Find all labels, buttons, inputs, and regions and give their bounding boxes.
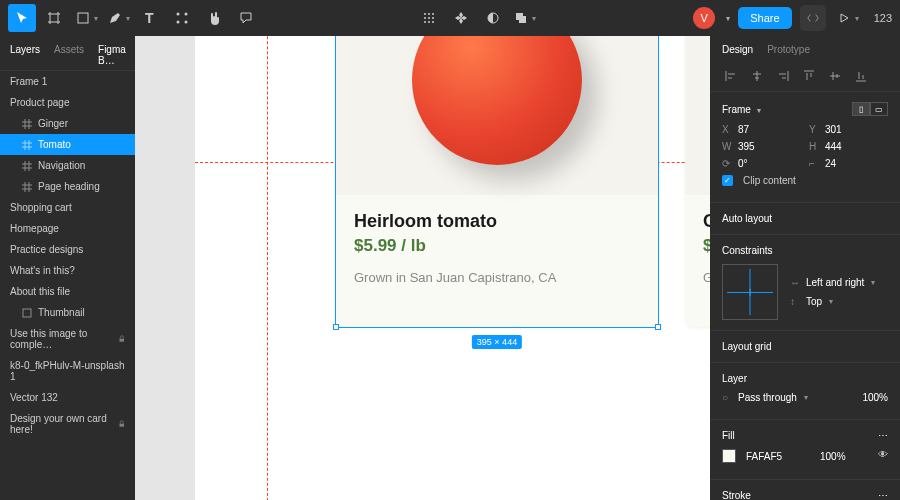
canvas[interactable]: Heirloom tomato $5.99 / lb Grown in San …	[135, 36, 710, 500]
design-panel: Design Prototype Frame ▾ ▯▭ X87 Y301 W39…	[710, 36, 900, 500]
layers-panel: Layers Assets Figma B… Frame 1 Product p…	[0, 36, 135, 500]
layer-item[interactable]: Shopping cart	[0, 197, 135, 218]
svg-point-12	[424, 21, 426, 23]
avatar-chevron-icon[interactable]: ▾	[726, 14, 730, 23]
product-price: $12.99 / lb	[703, 236, 710, 256]
frame-tool[interactable]	[40, 4, 68, 32]
fill-settings-icon[interactable]: ⋯	[878, 430, 888, 441]
component-icon[interactable]	[447, 4, 475, 32]
layer-section-label: Layer	[722, 373, 747, 384]
svg-point-5	[185, 21, 188, 24]
layer-item[interactable]: Practice designs	[0, 239, 135, 260]
hand-tool[interactable]	[200, 4, 228, 32]
layer-item[interactable]: Page heading	[0, 176, 135, 197]
pen-tool[interactable]: ▾	[104, 4, 132, 32]
layer-item[interactable]: k8-0_fkPHulv-M-unsplash 1	[0, 355, 135, 387]
align-bottom-icon[interactable]	[852, 67, 870, 85]
layer-item[interactable]: Frame 1	[0, 71, 135, 92]
lock-icon	[118, 420, 125, 427]
selection-dimensions: 395 × 444	[472, 335, 522, 349]
fill-visibility-icon[interactable]: 👁	[878, 449, 888, 463]
radius-field[interactable]: ⌐24	[809, 158, 888, 169]
svg-rect-0	[78, 13, 88, 23]
constraints-widget[interactable]	[722, 264, 778, 320]
constraint-h-select[interactable]: ↔Left and right▾	[790, 277, 875, 288]
mask-icon[interactable]	[479, 4, 507, 32]
selection-handle[interactable]	[333, 324, 339, 330]
constraint-v-select[interactable]: ↕Top▾	[790, 296, 875, 307]
svg-rect-20	[119, 424, 123, 427]
user-avatar[interactable]: V	[693, 7, 715, 29]
share-button[interactable]: Share	[738, 7, 791, 29]
layer-item[interactable]: Homepage	[0, 218, 135, 239]
svg-point-10	[428, 17, 430, 19]
layer-item[interactable]: Navigation	[0, 155, 135, 176]
boolean-icon[interactable]: ▾	[511, 4, 539, 32]
blend-mode-select[interactable]: ○Pass through▾	[722, 392, 840, 403]
product-image	[685, 36, 710, 195]
present-button[interactable]: ▾	[834, 4, 862, 32]
align-right-icon[interactable]	[774, 67, 792, 85]
stroke-settings-icon[interactable]: ⋯	[878, 490, 888, 500]
layer-item[interactable]: Vector 132	[0, 387, 135, 408]
frame-resize-toggle[interactable]: ▯▭	[852, 102, 888, 116]
fill-swatch[interactable]	[722, 449, 736, 463]
align-top-icon[interactable]	[800, 67, 818, 85]
tab-layers[interactable]: Layers	[10, 44, 40, 66]
selection-box[interactable]: 395 × 444	[335, 36, 659, 328]
artboard: Heirloom tomato $5.99 / lb Grown in San …	[195, 36, 710, 500]
fill-opacity-field[interactable]: 100%	[820, 449, 870, 463]
clip-content-checkbox[interactable]: ✓Clip content	[722, 175, 888, 186]
svg-point-9	[424, 17, 426, 19]
layer-opacity-field[interactable]: 100%	[848, 392, 888, 403]
selection-handle[interactable]	[655, 324, 661, 330]
rotation-field[interactable]: ⟳0°	[722, 158, 801, 169]
layer-item[interactable]: Use this image to comple…	[0, 323, 135, 355]
file-name[interactable]: Figma B…	[98, 44, 126, 66]
zoom-level[interactable]: 123	[874, 12, 892, 24]
comment-tool[interactable]	[232, 4, 260, 32]
svg-point-11	[432, 17, 434, 19]
align-center-v-icon[interactable]	[826, 67, 844, 85]
text-tool[interactable]: T	[136, 4, 164, 32]
svg-point-7	[428, 13, 430, 15]
shape-tool[interactable]: ▾	[72, 4, 100, 32]
auto-layout-label[interactable]: Auto layout	[722, 213, 772, 224]
layer-item[interactable]: Thumbnail	[0, 302, 135, 323]
product-card-ginger[interactable]: Organic ginge $12.99 / lb Grown in Hunti…	[685, 36, 710, 327]
svg-rect-19	[119, 339, 123, 342]
grid-icon[interactable]	[415, 4, 443, 32]
svg-point-2	[177, 13, 180, 16]
product-title: Organic ginge	[703, 211, 710, 232]
svg-point-8	[432, 13, 434, 15]
x-field[interactable]: X87	[722, 124, 801, 135]
width-field[interactable]: W395	[722, 141, 801, 152]
svg-point-4	[177, 21, 180, 24]
resources-tool[interactable]	[168, 4, 196, 32]
dev-mode-button[interactable]	[800, 5, 826, 31]
topbar: ▾ ▾ T ▾ V ▾ Share ▾ 123	[0, 0, 900, 36]
tab-assets[interactable]: Assets	[54, 44, 84, 66]
svg-point-13	[428, 21, 430, 23]
layer-item[interactable]: What's in this?	[0, 260, 135, 281]
y-field[interactable]: Y301	[809, 124, 888, 135]
svg-rect-17	[519, 16, 526, 23]
layer-item[interactable]: Product page	[0, 92, 135, 113]
height-field[interactable]: H444	[809, 141, 888, 152]
align-center-h-icon[interactable]	[748, 67, 766, 85]
layer-item[interactable]: Design your own card here!	[0, 408, 135, 440]
layout-grid-label[interactable]: Layout grid	[722, 341, 771, 352]
fill-color-field[interactable]: FAFAF5	[722, 449, 812, 463]
move-tool[interactable]	[8, 4, 36, 32]
layer-item[interactable]: About this file	[0, 281, 135, 302]
svg-text:T: T	[145, 10, 154, 26]
constraints-label: Constraints	[722, 245, 773, 256]
layer-item[interactable]: Ginger	[0, 113, 135, 134]
svg-point-6	[424, 13, 426, 15]
frame-label[interactable]: Frame ▾	[722, 104, 761, 115]
layer-item-selected[interactable]: Tomato	[0, 134, 135, 155]
tab-prototype[interactable]: Prototype	[767, 44, 810, 55]
tab-design[interactable]: Design	[722, 44, 753, 55]
guide-vertical[interactable]	[267, 36, 268, 500]
align-left-icon[interactable]	[722, 67, 740, 85]
